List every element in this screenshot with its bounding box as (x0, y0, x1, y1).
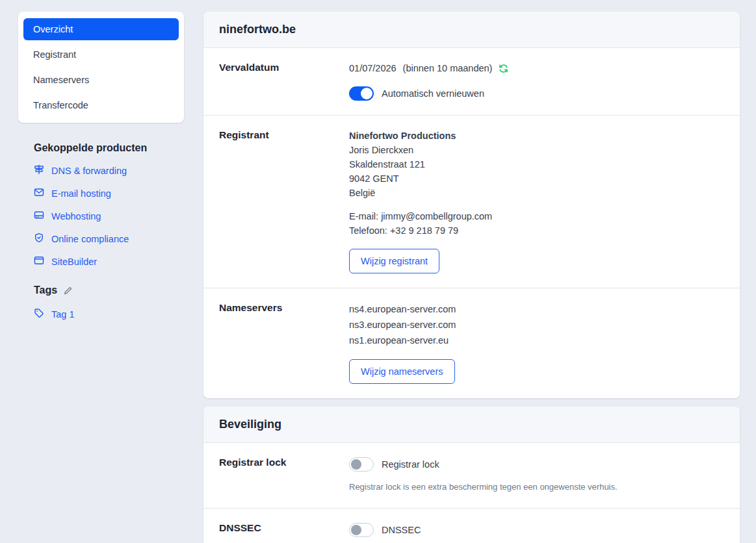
registrar-lock-label: Registrar lock (219, 456, 349, 492)
page-layout: Overzicht Registrant Nameservers Transfe… (0, 0, 756, 543)
dnssec-toggle-label: DNSSEC (382, 523, 421, 537)
domain-card-header: ninefortwo.be (203, 12, 740, 48)
registrant-street: Skaldenstraat 121 (349, 157, 724, 171)
sidebar-item-overzicht[interactable]: Overzicht (23, 18, 179, 40)
auto-renew-toggle[interactable] (349, 86, 374, 101)
nameservers-row: Nameservers ns4.european-server.com ns3.… (203, 288, 740, 398)
expiry-row: Vervaldatum 01/07/2026 (binnen 10 maande… (203, 48, 740, 116)
link-label: DNS & forwarding (51, 166, 127, 176)
envelope-icon (34, 187, 44, 199)
linked-products-section: Gekoppelde producten DNS & forwarding (18, 142, 184, 268)
dnssec-toggle[interactable] (349, 523, 374, 537)
registrant-name: Joris Dierckxen (349, 143, 724, 157)
sidebar-item-nameservers[interactable]: Nameservers (23, 69, 179, 91)
registrar-lock-toggle[interactable] (349, 457, 374, 472)
signpost-icon (34, 164, 44, 177)
pencil-icon[interactable] (63, 286, 73, 296)
link-sitebuilder[interactable]: SiteBuilder (34, 255, 184, 268)
linked-products-heading: Gekoppelde producten (34, 142, 184, 154)
dnssec-label: DNSSEC (219, 522, 349, 543)
nameserver-3: ns1.european-server.eu (349, 333, 724, 348)
nameserver-1: ns4.european-server.com (349, 301, 724, 317)
registrant-row: Registrant Ninefortwo Productions Joris … (203, 116, 740, 288)
expiry-date: 01/07/2026 (349, 61, 397, 75)
tag-icon (34, 308, 44, 320)
link-email-hosting[interactable]: E-mail hosting (34, 187, 184, 199)
tags-heading: Tags (34, 284, 57, 296)
expiry-label: Vervaldatum (219, 61, 349, 101)
tag-label: Tag 1 (51, 309, 74, 320)
tags-section: Tags Tag 1 (18, 284, 184, 320)
nameservers-label: Nameservers (219, 301, 349, 384)
registrar-lock-toggle-label: Registrar lock (382, 457, 439, 472)
server-icon (34, 210, 44, 222)
link-label: Webhosting (51, 211, 101, 221)
link-label: Online compliance (51, 234, 129, 244)
link-webhosting[interactable]: Webhosting (34, 210, 184, 222)
domain-nav-card: Overzicht Registrant Nameservers Transfe… (18, 12, 184, 123)
expiry-note: (binnen 10 maanden) (403, 61, 493, 75)
registrar-lock-description: Registrar lock is een extra bescherming … (349, 481, 724, 492)
link-online-compliance[interactable]: Online compliance (34, 233, 184, 245)
edit-registrant-button[interactable]: Wijzig registrant (349, 249, 439, 273)
dnssec-row: DNSSEC DNSSEC DNSSEC helpt je te voorkom… (203, 509, 740, 543)
registrant-email: E-mail: jimmy@combellgroup.com (349, 209, 724, 223)
security-card-header: Beveiliging (203, 407, 740, 443)
shield-check-icon (34, 233, 44, 245)
registrar-lock-row: Registrar lock Registrar lock Registrar … (203, 443, 740, 509)
link-label: SiteBuilder (51, 257, 97, 267)
registrant-label: Registrant (219, 129, 349, 273)
browser-window-icon (34, 255, 44, 268)
registrant-city: 9042 GENT (349, 171, 724, 186)
nameserver-2: ns3.european-server.com (349, 317, 724, 333)
auto-renew-icon (498, 63, 509, 74)
security-card: Beveiliging Registrar lock Registrar loc… (203, 407, 740, 543)
tag-item[interactable]: Tag 1 (34, 308, 184, 320)
edit-nameservers-button[interactable]: Wijzig nameservers (349, 359, 455, 384)
sidebar: Overzicht Registrant Nameservers Transfe… (18, 12, 184, 543)
sidebar-item-registrant[interactable]: Registrant (23, 44, 179, 66)
link-dns-forwarding[interactable]: DNS & forwarding (34, 164, 184, 177)
link-label: E-mail hosting (51, 188, 111, 199)
registrant-phone: Telefoon: +32 9 218 79 79 (349, 223, 724, 238)
domain-overview-card: ninefortwo.be Vervaldatum 01/07/2026 (bi… (203, 12, 740, 398)
registrant-country: België (349, 186, 724, 200)
registrant-company: Ninefortwo Productions (349, 129, 724, 143)
domain-title: ninefortwo.be (219, 23, 724, 36)
security-title: Beveiliging (219, 418, 724, 431)
auto-renew-label: Automatisch vernieuwen (382, 86, 484, 101)
main-content: ninefortwo.be Vervaldatum 01/07/2026 (bi… (203, 12, 740, 543)
sidebar-item-transfercode[interactable]: Transfercode (23, 94, 179, 116)
